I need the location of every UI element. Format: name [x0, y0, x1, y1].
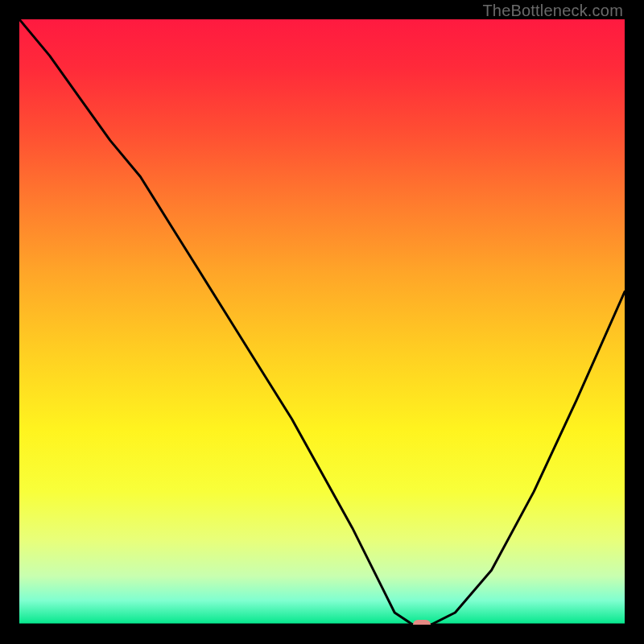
plot-area: [19, 19, 625, 625]
bottleneck-curve: [19, 19, 625, 625]
curve-layer: [19, 19, 625, 625]
watermark-text: TheBottleneck.com: [482, 2, 623, 20]
chart-frame: TheBottleneck.com: [0, 0, 644, 644]
optimum-marker: [413, 620, 431, 625]
